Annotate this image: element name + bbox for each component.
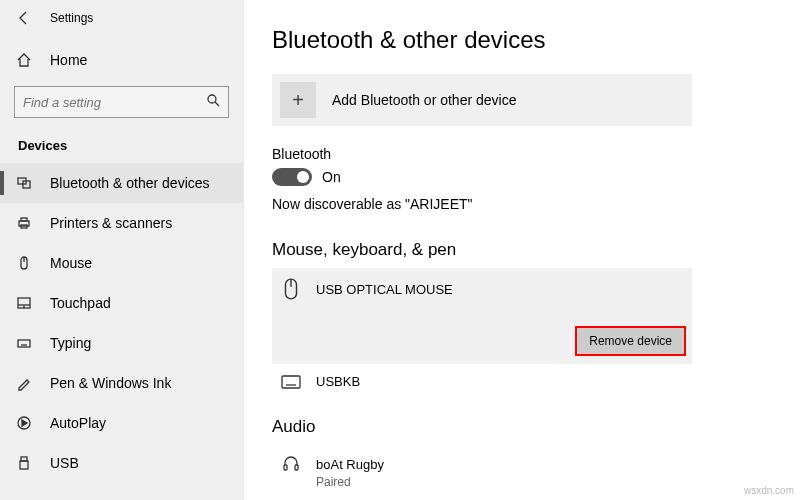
nav-item-label: USB	[50, 455, 79, 471]
search-box[interactable]	[14, 86, 229, 118]
touchpad-icon	[14, 295, 34, 311]
titlebar: Settings	[0, 0, 243, 34]
svg-point-0	[208, 95, 216, 103]
mouse-icon	[14, 255, 34, 271]
mouse-icon	[280, 278, 302, 300]
usb-icon	[14, 455, 34, 471]
device-usbkb[interactable]: USBKB	[272, 364, 692, 399]
svg-rect-11	[18, 340, 30, 347]
category-header: Devices	[0, 138, 243, 153]
bluetooth-label: Bluetooth	[272, 146, 772, 162]
back-icon[interactable]	[14, 8, 34, 28]
watermark: wsxdn.com	[744, 485, 794, 496]
audio-device-list: boAt Rugby Paired	[272, 445, 692, 499]
search-icon	[205, 92, 221, 112]
devices-icon	[14, 175, 34, 191]
nav-item-label: AutoPlay	[50, 415, 106, 431]
search-input[interactable]	[14, 86, 229, 118]
nav-autoplay[interactable]: AutoPlay	[0, 403, 243, 443]
page-title: Bluetooth & other devices	[272, 26, 772, 54]
nav-mouse[interactable]: Mouse	[0, 243, 243, 283]
device-status: Paired	[316, 475, 351, 489]
nav-bluetooth-devices[interactable]: Bluetooth & other devices	[0, 163, 243, 203]
headset-icon	[280, 455, 302, 473]
window-title: Settings	[50, 11, 93, 25]
nav-item-label: Bluetooth & other devices	[50, 175, 210, 191]
section-audio: Audio	[272, 417, 772, 437]
remove-device-button[interactable]: Remove device	[577, 328, 684, 354]
mouse-device-list: USB OPTICAL MOUSE Remove device USBKB	[272, 268, 692, 399]
keyboard-icon	[280, 375, 302, 389]
sidebar: Settings Home Devices Bluetooth & other …	[0, 0, 244, 500]
nav-printers-scanners[interactable]: Printers & scanners	[0, 203, 243, 243]
nav-item-label: Touchpad	[50, 295, 111, 311]
home-icon	[14, 52, 34, 68]
device-boat-rugby[interactable]: boAt Rugby Paired	[272, 445, 692, 499]
svg-rect-28	[284, 465, 287, 470]
nav-item-label: Typing	[50, 335, 91, 351]
device-usb-optical-mouse[interactable]: USB OPTICAL MOUSE Remove device	[272, 268, 692, 364]
pen-icon	[14, 375, 34, 391]
add-device-label: Add Bluetooth or other device	[332, 92, 516, 108]
nav-item-label: Printers & scanners	[50, 215, 172, 231]
keyboard-icon	[14, 335, 34, 351]
device-name: boAt Rugby	[316, 457, 384, 472]
home-label: Home	[50, 52, 87, 68]
nav-usb[interactable]: USB	[0, 443, 243, 483]
device-name: USB OPTICAL MOUSE	[316, 282, 453, 297]
svg-rect-29	[295, 465, 298, 470]
nav-pen-ink[interactable]: Pen & Windows Ink	[0, 363, 243, 403]
content-pane: Bluetooth & other devices + Add Bluetoot…	[244, 0, 800, 500]
bluetooth-state: On	[322, 169, 341, 185]
plus-icon: +	[280, 82, 316, 118]
autoplay-icon	[14, 415, 34, 431]
nav-typing[interactable]: Typing	[0, 323, 243, 363]
svg-rect-4	[21, 218, 27, 221]
nav-touchpad[interactable]: Touchpad	[0, 283, 243, 323]
printer-icon	[14, 215, 34, 231]
bluetooth-toggle[interactable]	[272, 168, 312, 186]
add-device-card[interactable]: + Add Bluetooth or other device	[272, 74, 692, 126]
nav-item-label: Mouse	[50, 255, 92, 271]
section-mouse-keyboard-pen: Mouse, keyboard, & pen	[272, 240, 772, 260]
device-name: USBKB	[316, 374, 360, 389]
nav-item-label: Pen & Windows Ink	[50, 375, 171, 391]
svg-rect-18	[20, 461, 28, 469]
discoverable-text: Now discoverable as "ARIJEET"	[272, 196, 772, 212]
nav-list: Bluetooth & other devices Printers & sca…	[0, 163, 243, 483]
svg-rect-21	[282, 376, 300, 388]
home-nav[interactable]: Home	[0, 44, 243, 76]
